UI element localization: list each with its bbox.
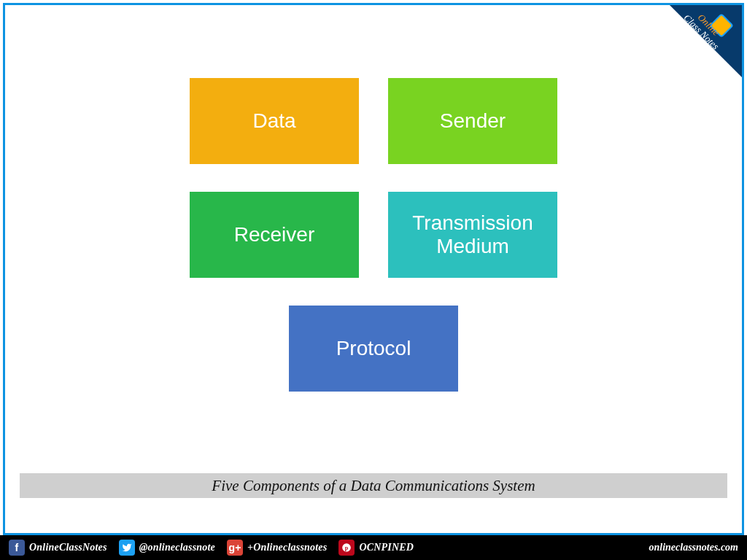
twitter-handle: @onlineclassnote [139, 542, 215, 553]
components-grid: Data Sender Receiver Transmission Medium… [5, 78, 742, 392]
social-gplus[interactable]: g+ +Onlineclassnotes [227, 540, 327, 556]
box-sender: Sender [388, 78, 557, 164]
footer-site-text: onlineclassnotes.com [649, 542, 738, 553]
caption-text: Five Components of a Data Communications… [212, 477, 535, 495]
row-1: Data Sender [190, 78, 557, 164]
social-pinterest[interactable]: p OCNPINED [338, 540, 414, 556]
box-data: Data [190, 78, 359, 164]
svg-text:p: p [345, 545, 349, 551]
twitter-icon [119, 540, 135, 556]
row-3: Protocol [289, 306, 458, 392]
footer-bar: f OnlineClassNotes @onlineclassnote g+ +… [0, 535, 747, 560]
social-twitter[interactable]: @onlineclassnote [119, 540, 215, 556]
caption-bar: Five Components of a Data Communications… [20, 473, 727, 498]
pinterest-handle: OCNPINED [359, 542, 414, 553]
facebook-icon: f [9, 540, 25, 556]
box-protocol: Protocol [289, 306, 458, 392]
pinterest-icon: p [338, 540, 355, 556]
box-protocol-label: Protocol [336, 337, 411, 360]
box-receiver: Receiver [190, 192, 359, 278]
box-transmission: Transmission Medium [388, 192, 557, 278]
box-transmission-label: Transmission Medium [394, 211, 551, 258]
box-receiver-label: Receiver [234, 223, 314, 246]
slide-border: Online Class Notes Data Sender Receiver … [3, 3, 744, 535]
footer-site[interactable]: onlineclassnotes.com [649, 542, 738, 553]
gplus-icon: g+ [227, 540, 243, 556]
slide-frame: Online Class Notes Data Sender Receiver … [0, 0, 747, 560]
social-facebook[interactable]: f OnlineClassNotes [9, 540, 107, 556]
facebook-handle: OnlineClassNotes [29, 542, 107, 553]
row-2: Receiver Transmission Medium [190, 192, 557, 278]
brand-line1: Online [696, 12, 722, 38]
box-sender-label: Sender [440, 109, 506, 133]
box-data-label: Data [252, 109, 295, 133]
chip-icon [709, 13, 734, 38]
brand-line2: Class Notes [681, 12, 721, 52]
gplus-handle: +Onlineclassnotes [247, 542, 327, 553]
